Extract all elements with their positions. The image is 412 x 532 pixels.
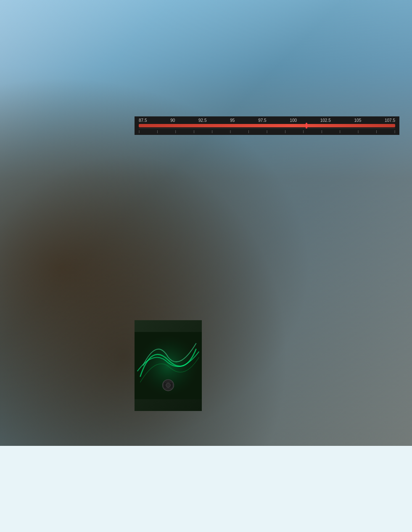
car-interior-background xyxy=(0,0,412,446)
radio-freq-bar: 87.5 90 92.5 95 97.5 100 102.5 105 107.5 xyxy=(135,116,399,135)
freq-fine-scale: ||| ||| ||| ||| ||| xyxy=(139,128,395,133)
freq-scale: 87.5 90 92.5 95 97.5 100 102.5 105 107.5 xyxy=(139,118,395,123)
freq-slider-track[interactable] xyxy=(139,124,395,127)
svg-point-4 xyxy=(166,383,171,387)
freq-slider-thumb xyxy=(306,123,307,129)
dab-wave-art xyxy=(135,320,202,411)
dab-artwork xyxy=(135,320,202,411)
